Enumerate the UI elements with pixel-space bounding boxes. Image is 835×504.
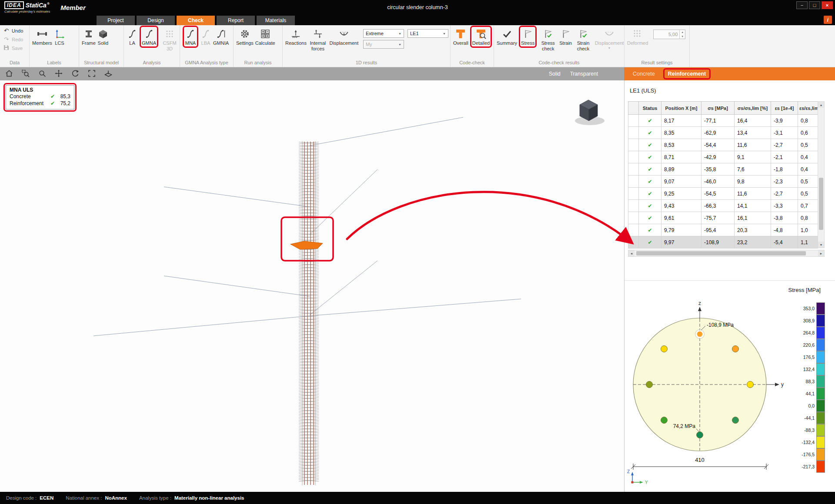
legend-entry: 0,0 <box>796 400 825 412</box>
status-check-icon: ✔ <box>639 200 661 212</box>
reactions-button[interactable]: Reactions <box>284 27 307 46</box>
rebar-dot <box>697 432 703 438</box>
settings-button[interactable]: Settings <box>235 27 254 46</box>
status-check-icon: ✔ <box>639 163 661 176</box>
my-dropdown[interactable]: My▼ <box>363 40 404 49</box>
stress-check-button[interactable]: Stress check <box>538 27 558 52</box>
scrollbar-thumb[interactable] <box>819 178 823 230</box>
stress-button[interactable]: Stress <box>520 27 535 46</box>
calculate-button[interactable]: Calculate <box>254 27 276 46</box>
spinner-down-button[interactable]: ▼ <box>680 34 685 39</box>
solid-cube-icon <box>97 28 109 40</box>
group-title-run: Run analysis <box>234 60 282 67</box>
table-row[interactable]: ✔9,07-46,09,8-2,30,5 <box>628 176 818 188</box>
table-row[interactable]: ✔9,61-75,716,1-3,80,8 <box>628 212 818 224</box>
deformed-button[interactable]: Deformed <box>626 27 649 46</box>
table-row[interactable]: ✔9,79-95,420,3-4,81,0 <box>628 224 818 236</box>
navigation-cube[interactable] <box>575 100 605 125</box>
rebar-dot <box>732 417 739 424</box>
legend-entry: 220,6 <box>796 339 825 351</box>
pan-button[interactable] <box>53 69 64 79</box>
tab-concrete[interactable]: Concrete <box>629 70 658 78</box>
title-bar: IDEA StatiCa ® Calculate yesterday's est… <box>0 0 835 15</box>
legend-entry: -88,3 <box>796 424 825 436</box>
vertical-scrollbar[interactable]: ▲ ▼ <box>818 101 825 248</box>
info-button[interactable]: i <box>824 16 832 24</box>
legend-entry: 264,8 <box>796 327 825 339</box>
table-row[interactable]: ✔9,97-108,923,2-5,41,1 <box>628 236 818 249</box>
minimize-button[interactable]: − <box>796 1 808 9</box>
summary-button[interactable]: Summary <box>496 27 518 46</box>
frame-button[interactable]: Frame <box>81 27 97 46</box>
table-row[interactable]: ✔9,25-54,511,6-2,70,5 <box>628 188 818 200</box>
group-title-data: Data <box>0 60 29 67</box>
clipping-plane-button[interactable] <box>103 69 114 79</box>
tab-materials[interactable]: Materials <box>257 16 295 25</box>
maximize-button[interactable]: □ <box>809 1 820 9</box>
save-button[interactable]: Save <box>3 44 23 52</box>
table-row[interactable]: ✔9,43-66,314,1-3,30,7 <box>628 200 818 212</box>
mna-button[interactable]: MNA <box>184 27 197 46</box>
table-row[interactable]: ✔8,35-62,913,4-3,10,6 <box>628 127 818 139</box>
tab-design[interactable]: Design <box>137 16 175 25</box>
scroll-down-button[interactable]: ▼ <box>818 242 824 248</box>
home-view-button[interactable] <box>3 69 15 79</box>
tab-report[interactable]: Report <box>217 16 255 25</box>
scroll-right-button[interactable]: ► <box>818 250 824 256</box>
zoom-button[interactable] <box>37 69 48 79</box>
3d-viewport[interactable]: MNA ULS Concrete ✔ 85,3 Reinforcement ✔ … <box>0 80 624 492</box>
tab-project[interactable]: Project <box>97 16 135 25</box>
lba-button[interactable]: LBA <box>199 27 212 46</box>
status-check-icon: ✔ <box>639 139 661 151</box>
members-button[interactable]: Members <box>31 27 53 46</box>
detailed-button[interactable]: Detailed <box>471 27 491 46</box>
table-row[interactable]: ✔8,89-35,87,6-1,80,4 <box>628 163 818 176</box>
spinner-up-button[interactable]: ▲ <box>680 30 685 34</box>
table-row[interactable]: ✔8,71-42,99,1-2,10,4 <box>628 151 818 163</box>
transparent-display-button[interactable]: Transparent <box>570 71 598 77</box>
scale-spinner[interactable]: 5,00 ▲ ▼ <box>653 30 685 39</box>
rotate-button[interactable] <box>70 69 81 79</box>
table-row[interactable]: ✔8,53-54,411,6-2,70,5 <box>628 139 818 151</box>
ribbon-group-code-check-results: Summary Stress Stress check Strain Strai… <box>494 25 625 67</box>
ribbon-group-data: ↶Undo ↷Redo Save Data <box>0 25 30 67</box>
legend-entry: -217,3 <box>796 461 825 473</box>
module-name: Member <box>60 4 86 11</box>
horizontal-scrollbar[interactable]: ◄ ► <box>628 250 825 257</box>
displacement-results-button[interactable]: Displacement ▼ <box>594 27 625 50</box>
gmnia-button[interactable]: GMNIA <box>212 27 230 46</box>
gmna-button[interactable]: GMNA <box>141 27 157 46</box>
group-title-code-check: Code-check <box>451 60 494 67</box>
tab-reinforcement[interactable]: Reinforcement <box>665 70 710 78</box>
scroll-up-button[interactable]: ▲ <box>818 102 824 108</box>
displacement-button[interactable]: Displacement <box>328 27 360 46</box>
csfm-button[interactable]: CSFM 3D <box>159 27 180 52</box>
scroll-left-button[interactable]: ◄ <box>628 250 635 256</box>
undo-button[interactable]: ↶Undo <box>3 27 23 34</box>
la-button[interactable]: LA <box>126 27 139 46</box>
loadcase-dropdown[interactable]: LE1▼ <box>407 29 448 38</box>
zoom-window-button[interactable] <box>20 69 31 79</box>
strain-button[interactable]: Strain <box>558 27 573 46</box>
strain-check-button[interactable]: Strain check <box>573 27 594 52</box>
rebar-dot <box>732 346 739 352</box>
results-table: Status Position X [m] σs [MPa] σs/σs,lim… <box>628 101 818 249</box>
table-row[interactable]: ✔8,17-77,116,4-3,90,8 <box>628 115 818 127</box>
ribbon-tab-bar: Project Design Check Report Materials i <box>0 15 835 25</box>
redo-button[interactable]: ↷Redo <box>3 36 23 43</box>
status-check-icon: ✔ <box>639 212 661 224</box>
lcs-button[interactable]: LCS <box>53 27 66 46</box>
solid-display-button[interactable]: Solid <box>549 71 561 77</box>
scrollbar-thumb[interactable] <box>636 251 806 255</box>
internal-forces-button[interactable]: Internal forces <box>307 27 328 52</box>
rebar-dot <box>697 331 703 338</box>
overall-button[interactable]: Overall <box>452 27 469 46</box>
extreme-dropdown[interactable]: Extreme▼ <box>363 29 404 38</box>
fit-view-button[interactable] <box>86 69 97 79</box>
tab-check[interactable]: Check <box>177 16 215 25</box>
legend-entry: -176,5 <box>796 448 825 461</box>
solid-button[interactable]: Solid <box>97 27 110 46</box>
close-button[interactable]: × <box>822 1 833 9</box>
ribbon-group-1d-results: Reactions Internal forces Displacement E… <box>283 25 451 67</box>
annex-label: National annex : <box>66 495 102 501</box>
